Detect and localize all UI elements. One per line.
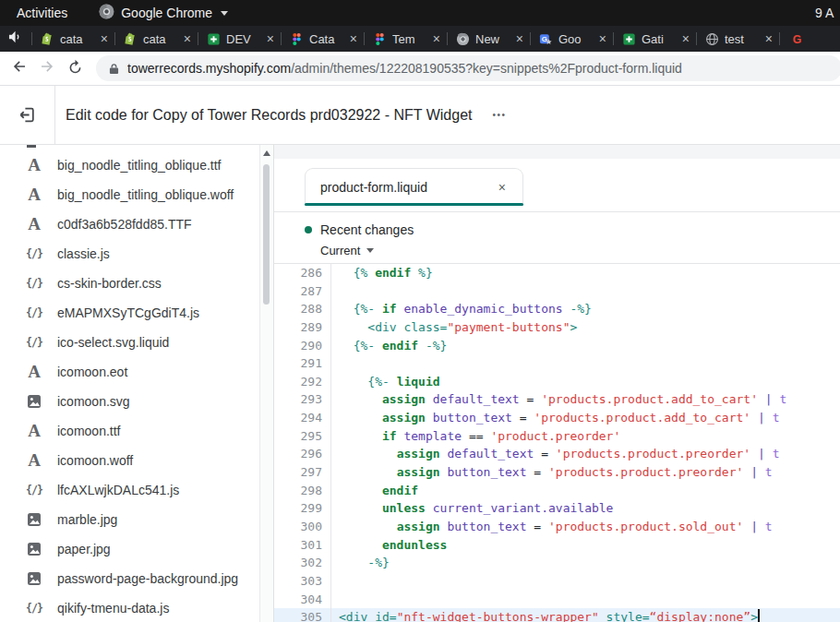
global-media-controls-button[interactable] [0,26,31,52]
tab-close-icon[interactable]: × [347,31,360,46]
code-text[interactable]: assign default_text = 'products.product.… [331,390,840,409]
file-item[interactable]: {/}eMAPMXSyTCgGdiT4.js [0,298,273,328]
app-menu-label: Google Chrome [121,6,212,20]
editor-tab-product-form[interactable]: product-form.liquid × [305,168,523,206]
browser-tab[interactable]: Tem× [365,26,448,52]
browser-tab[interactable]: New× [448,26,531,52]
code-text[interactable]: if template == 'product.preorder' [331,427,840,446]
editor-tab-close-icon[interactable]: × [497,180,508,195]
tab-close-icon[interactable]: × [181,31,194,46]
browser-tab[interactable]: Cata× [282,26,365,52]
browser-tab[interactable]: cata× [115,26,198,52]
code-text[interactable] [331,282,840,301]
chevron-down-icon [366,248,374,253]
code-line[interactable]: 299 unless current_variant.available [274,499,840,518]
code-text[interactable] [331,572,840,591]
code-line[interactable]: 301 endunless [274,536,840,555]
file-name: classie.js [57,246,110,261]
tab-close-icon[interactable]: × [98,31,111,46]
file-item[interactable]: Abig_noodle_titling_oblique.woff [0,180,273,209]
file-item[interactable]: password-page-background.jpg [0,564,273,593]
browser-tab[interactable]: DEV× [198,26,282,52]
file-item[interactable]: Aicomoon.eot [0,357,273,387]
tab-close-icon[interactable]: × [513,31,526,46]
reload-button[interactable] [61,54,89,82]
sidebar-scrollbar[interactable] [259,145,273,622]
file-name: big_noodle_titling_oblique.ttf [57,158,221,173]
file-item[interactable]: Ac0df3a6b528fdd85.TTF [0,209,273,239]
code-line[interactable]: 291 [274,354,840,373]
file-item[interactable]: {/}ico-select.svg.liquid [0,328,273,357]
more-actions-button[interactable]: ••• [488,106,511,124]
line-number: 293 [274,390,331,409]
code-line[interactable]: 304 [274,591,840,609]
exit-code-editor-button[interactable] [0,86,55,144]
code-text[interactable]: unless current_variant.available [331,499,840,518]
code-line[interactable]: 286 {% endif %} [274,264,840,282]
code-area[interactable]: 286 {% endif %}287288 {%- if enable_dyna… [274,264,840,622]
forward-button[interactable] [33,54,61,82]
tab-close-icon[interactable]: × [679,31,692,46]
code-line[interactable]: 297 assign button_text = 'products.produ… [274,463,840,482]
code-text[interactable]: <div id="nft-widget-buttons-wrapper" sty… [331,608,840,622]
browser-tab[interactable]: Gati× [614,26,697,52]
code-text[interactable]: assign button_text = 'products.product.a… [331,409,840,427]
file-item[interactable]: marble.jpg [0,505,273,534]
code-line[interactable]: 294 assign button_text = 'products.produ… [274,409,840,427]
code-text[interactable]: assign button_text = 'products.product.p… [331,463,840,482]
code-text[interactable]: endif [331,482,840,500]
code-text[interactable]: assign default_text = 'products.product.… [331,445,840,463]
code-line[interactable]: 300 assign button_text = 'products.produ… [274,518,840,536]
code-text[interactable]: {%- endif -%} [331,337,840,355]
clock[interactable]: 9 A [815,6,834,20]
code-text[interactable] [331,354,840,373]
file-item[interactable]: icomoon.svg [0,387,273,416]
code-line[interactable]: 292 {%- liquid [274,373,840,391]
code-text[interactable]: assign button_text = 'products.product.s… [331,518,840,536]
code-text[interactable]: -%} [331,554,840,572]
code-line[interactable]: 295 if template == 'product.preorder' [274,427,840,446]
code-line[interactable]: 289 <div class="payment-buttons"> [274,318,840,337]
code-text[interactable]: {% endif %} [331,264,840,282]
code-text[interactable] [331,591,840,609]
file-item[interactable]: {/}qikify-tmenu-data.js [0,593,273,622]
browser-tab[interactable]: cata× [32,26,115,52]
browser-tab[interactable]: test× [697,26,780,52]
file-item[interactable]: {/}lfcAXLwjkDALc541.js [0,475,273,505]
back-button[interactable] [6,54,33,82]
file-item[interactable]: Abig_noodle_titling_oblique.ttf [0,150,273,180]
code-line[interactable]: 296 assign default_text = 'products.prod… [274,445,840,463]
file-item[interactable]: {/}classie.js [0,239,273,269]
file-item[interactable]: paper.jpg [0,534,273,564]
code-text[interactable]: endunless [331,536,840,555]
version-dropdown[interactable]: Current [320,244,840,257]
code-line[interactable]: 293 assign default_text = 'products.prod… [274,390,840,409]
file-item[interactable]: Aicomoon.ttf [0,416,273,446]
file-name: password-page-background.jpg [57,571,238,586]
line-number: 299 [274,499,331,518]
browser-tab[interactable]: GGoo× [531,26,614,52]
line-number: 290 [274,337,331,355]
code-line[interactable]: 287 [274,282,840,301]
code-line[interactable]: 303 [274,572,840,591]
file-item[interactable]: Aicomoon.woff [0,446,273,475]
scroll-up-arrow-icon[interactable] [263,150,270,156]
app-menu[interactable]: Google Chrome [99,4,228,22]
activities-button[interactable]: Activities [11,6,73,20]
tab-close-icon[interactable]: × [430,31,443,46]
tab-close-icon[interactable]: × [762,31,775,46]
code-text[interactable]: <div class="payment-buttons"> [331,318,840,337]
code-line[interactable]: 290 {%- endif -%} [274,337,840,355]
code-line[interactable]: 288 {%- if enable_dynamic_buttons -%} [274,300,840,318]
code-text[interactable]: {%- if enable_dynamic_buttons -%} [331,300,840,318]
code-line[interactable]: 298 endif [274,482,840,500]
tab-close-icon[interactable]: × [596,31,609,46]
code-line[interactable]: 302 -%} [274,554,840,572]
scrollbar-thumb[interactable] [263,164,270,305]
browser-tab[interactable]: G [780,26,824,52]
code-text[interactable]: {%- liquid [331,373,840,391]
code-line[interactable]: 305<div id="nft-widget-buttons-wrapper" … [274,608,840,622]
address-bar[interactable]: towerrecords.myshopify.com/admin/themes/… [96,55,840,81]
file-item[interactable]: {/}cs-skin-border.css [0,269,273,298]
tab-close-icon[interactable]: × [264,31,277,46]
